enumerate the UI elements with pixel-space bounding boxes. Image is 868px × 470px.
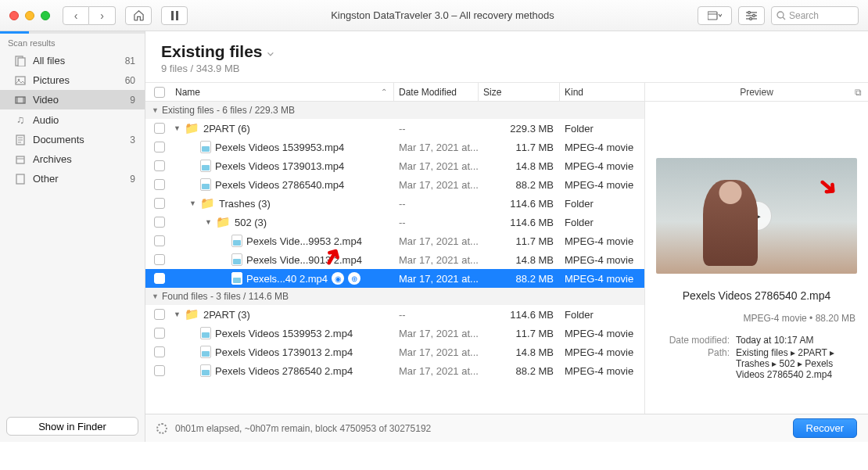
svg-rect-0 — [171, 11, 174, 20]
search-input[interactable]: Search — [771, 6, 859, 25]
row-checkbox[interactable] — [154, 309, 165, 320]
row-checkbox[interactable] — [154, 254, 165, 265]
preview-header: Preview ⧉ — [645, 83, 868, 102]
table-row[interactable]: Pexels Videos 1739013 2.mp4Mar 17, 2021 … — [145, 343, 644, 361]
date-modified-value: Today at 10:17 AM — [736, 335, 855, 346]
group-row[interactable]: ▼ Found files - 3 files / 114.6 MB — [145, 288, 644, 305]
table-row[interactable]: ▼ 📁 2PART (3)--114.6 MBFolder — [145, 305, 644, 324]
svg-rect-2 — [708, 12, 717, 20]
svg-rect-23 — [16, 156, 24, 163]
row-checkbox[interactable] — [154, 235, 165, 246]
table-row[interactable]: Pexels Vide...9013 2.mp4Mar 17, 2021 at.… — [145, 250, 644, 269]
cell-size: 114.6 MB — [479, 309, 560, 321]
table-row[interactable]: Pexels Videos 2786540.mp4Mar 17, 2021 at… — [145, 175, 644, 194]
folder-icon: 📁 — [185, 121, 199, 135]
table-row[interactable]: ▼ 📁 502 (3)--114.6 MBFolder — [145, 213, 644, 231]
video-file-icon — [200, 178, 211, 191]
column-kind[interactable]: Kind — [560, 83, 644, 101]
disclosure-triangle-icon[interactable]: ▼ — [174, 124, 181, 132]
cell-kind: MPEG-4 movie — [560, 179, 644, 191]
row-checkbox[interactable] — [154, 160, 165, 171]
svg-point-5 — [748, 11, 751, 13]
forward-button[interactable]: › — [89, 6, 116, 25]
sidebar-item-audio[interactable]: ♫ Audio — [0, 109, 145, 130]
footer: 0h01m elapsed, ~0h07m remain, block 4750… — [145, 414, 868, 442]
row-checkbox[interactable] — [154, 273, 165, 284]
file-name: Pexels Vide...9013 2.mp4 — [246, 254, 362, 266]
table-row[interactable]: Pexels Videos 1539953.mp4Mar 17, 2021 at… — [145, 138, 644, 156]
group-row[interactable]: ▼ Existing files - 6 files / 229.3 MB — [145, 102, 644, 119]
row-checkbox[interactable] — [154, 198, 165, 209]
sidebar-item-other[interactable]: Other 9 — [0, 169, 145, 188]
disclosure-triangle-icon[interactable]: ▼ — [174, 310, 181, 318]
recover-button[interactable]: Recover — [793, 418, 857, 438]
disclosure-triangle-icon[interactable]: ▼ — [205, 218, 212, 226]
maximize-window-icon[interactable] — [41, 11, 50, 20]
folder-icon: 📁 — [216, 215, 231, 229]
cell-date: Mar 17, 2021 at... — [394, 235, 479, 247]
column-name[interactable]: Name⌃ — [174, 83, 394, 101]
cell-size: 114.6 MB — [479, 198, 560, 210]
cell-kind: MPEG-4 movie — [560, 160, 644, 172]
sidebar-item-video[interactable]: Video 9 — [0, 90, 145, 109]
cell-kind: MPEG-4 movie — [560, 365, 644, 377]
spinner-icon — [156, 423, 167, 434]
pause-button[interactable] — [161, 6, 188, 25]
table-row[interactable]: Pexels Videos 1739013.mp4Mar 17, 2021 at… — [145, 156, 644, 175]
info-action-icon[interactable]: ⊕ — [348, 272, 360, 285]
disclosure-triangle-icon[interactable]: ▼ — [189, 199, 196, 207]
minimize-window-icon[interactable] — [25, 11, 34, 20]
page-title[interactable]: Existing files⌵ — [161, 42, 274, 61]
table-row[interactable]: Pexels Videos 1539953 2.mp4Mar 17, 2021 … — [145, 324, 644, 343]
search-icon — [777, 11, 786, 20]
files-icon — [14, 56, 27, 66]
row-checkbox[interactable] — [154, 179, 165, 190]
show-in-finder-button[interactable]: Show in Finder — [6, 417, 138, 436]
table-row[interactable]: Pexels Vide...9953 2.mp4Mar 17, 2021 at.… — [145, 231, 644, 250]
preview-thumbnail[interactable]: ▶ ➜ — [656, 158, 857, 274]
popout-icon[interactable]: ⧉ — [855, 87, 862, 98]
page-subtitle: 9 files / 343.9 MB — [161, 63, 274, 74]
back-button[interactable]: ‹ — [63, 6, 89, 25]
row-checkbox[interactable] — [154, 142, 165, 152]
row-checkbox[interactable] — [154, 328, 165, 339]
cell-kind: MPEG-4 movie — [560, 346, 644, 358]
cell-size: 11.7 MB — [479, 235, 560, 247]
row-checkbox[interactable] — [154, 346, 165, 357]
table-row[interactable]: ▼ 📁 2PART (6)--229.3 MBFolder — [145, 119, 644, 138]
view-options-button[interactable] — [698, 6, 732, 25]
column-date[interactable]: Date Modified — [394, 83, 479, 101]
disclosure-triangle-icon: ▼ — [152, 292, 159, 300]
cell-size: 114.6 MB — [479, 217, 560, 228]
video-file-icon — [200, 327, 211, 339]
cell-size: 229.3 MB — [479, 123, 560, 135]
row-checkbox[interactable] — [154, 123, 165, 134]
row-checkbox[interactable] — [154, 365, 165, 376]
table-row[interactable]: Pexels...40 2.mp4 ◉⊕Mar 17, 2021 at...88… — [145, 269, 644, 288]
preview-action-icon[interactable]: ◉ — [332, 272, 344, 285]
column-size[interactable]: Size — [479, 83, 560, 101]
settings-button[interactable] — [738, 6, 765, 25]
sidebar-item-all-files[interactable]: All files 81 — [0, 51, 145, 70]
select-all-checkbox[interactable] — [154, 87, 165, 98]
row-checkbox[interactable] — [154, 217, 165, 228]
cell-date: Mar 17, 2021 at... — [394, 142, 479, 153]
sidebar-item-archives[interactable]: Archives — [0, 149, 145, 169]
sidebar-item-documents[interactable]: Documents 3 — [0, 130, 145, 149]
path-label: Path: — [658, 347, 730, 380]
sort-ascending-icon: ⌃ — [381, 88, 387, 96]
home-button[interactable] — [125, 6, 152, 25]
cell-date: Mar 17, 2021 at... — [394, 254, 479, 266]
folder-icon: 📁 — [185, 307, 199, 321]
cell-kind: Folder — [560, 123, 644, 135]
video-file-icon — [200, 141, 211, 153]
table-row[interactable]: ▼ 📁 Trashes (3)--114.6 MBFolder — [145, 194, 644, 213]
sidebar-item-pictures[interactable]: Pictures 60 — [0, 70, 145, 90]
preview-file-meta: MPEG-4 movie • 88.20 MB — [645, 307, 868, 332]
close-window-icon[interactable] — [9, 11, 19, 20]
table-row[interactable]: Pexels Videos 2786540 2.mp4Mar 17, 2021 … — [145, 361, 644, 380]
file-name: 502 (3) — [235, 217, 267, 228]
video-file-icon — [231, 272, 242, 285]
cell-size: 14.8 MB — [479, 346, 560, 358]
sidebar-header: Scan results — [0, 34, 145, 51]
